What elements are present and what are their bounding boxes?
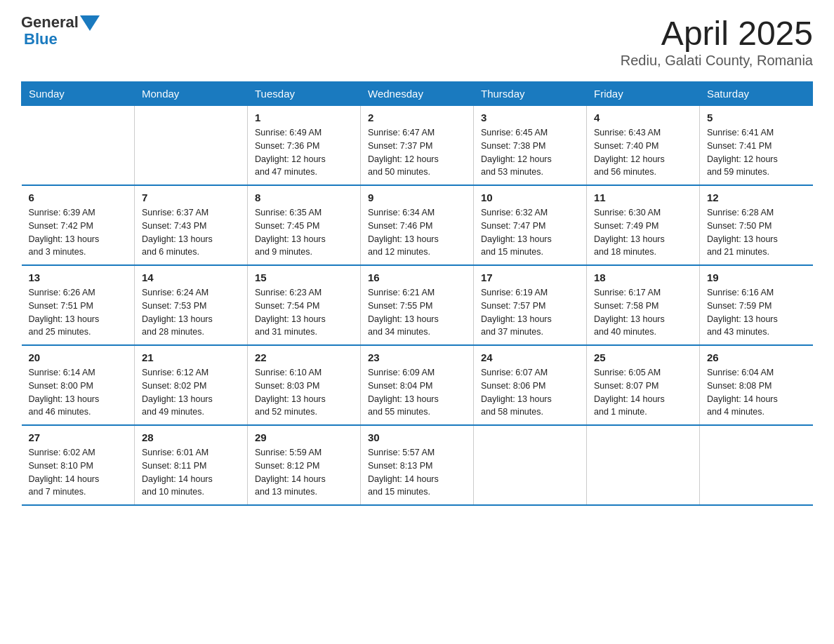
day-info: Sunrise: 6:30 AM Sunset: 7:49 PM Dayligh… (594, 206, 692, 259)
day-info: Sunrise: 6:23 AM Sunset: 7:54 PM Dayligh… (255, 286, 353, 339)
logo-general-text: General (21, 14, 79, 31)
day-number: 16 (368, 271, 466, 283)
day-cell: 19Sunrise: 6:16 AM Sunset: 7:59 PM Dayli… (700, 265, 813, 345)
week-row-4: 20Sunrise: 6:14 AM Sunset: 8:00 PM Dayli… (22, 345, 813, 425)
title-block: April 2025 Rediu, Galati County, Romania (621, 14, 813, 69)
day-number: 5 (707, 112, 806, 123)
day-cell: 15Sunrise: 6:23 AM Sunset: 7:54 PM Dayli… (248, 265, 361, 345)
day-cell: 1Sunrise: 6:49 AM Sunset: 7:36 PM Daylig… (248, 106, 361, 186)
day-number: 4 (594, 112, 692, 123)
calendar-title: April 2025 (621, 14, 813, 53)
day-info: Sunrise: 6:07 AM Sunset: 8:06 PM Dayligh… (481, 366, 579, 419)
day-cell (22, 106, 135, 186)
day-number: 27 (29, 431, 128, 443)
header-wednesday: Wednesday (361, 82, 474, 106)
day-cell: 8Sunrise: 6:35 AM Sunset: 7:45 PM Daylig… (248, 185, 361, 265)
day-info: Sunrise: 6:45 AM Sunset: 7:38 PM Dayligh… (481, 126, 579, 179)
day-info: Sunrise: 6:17 AM Sunset: 7:58 PM Dayligh… (594, 286, 692, 339)
day-number: 12 (707, 192, 806, 203)
day-number: 21 (142, 351, 240, 363)
day-cell: 17Sunrise: 6:19 AM Sunset: 7:57 PM Dayli… (474, 265, 587, 345)
day-cell: 7Sunrise: 6:37 AM Sunset: 7:43 PM Daylig… (135, 185, 248, 265)
day-info: Sunrise: 6:04 AM Sunset: 8:08 PM Dayligh… (707, 366, 806, 419)
day-cell: 18Sunrise: 6:17 AM Sunset: 7:58 PM Dayli… (587, 265, 700, 345)
day-info: Sunrise: 6:39 AM Sunset: 7:42 PM Dayligh… (29, 206, 128, 259)
day-info: Sunrise: 6:24 AM Sunset: 7:53 PM Dayligh… (142, 286, 240, 339)
day-cell: 24Sunrise: 6:07 AM Sunset: 8:06 PM Dayli… (474, 345, 587, 425)
day-cell: 3Sunrise: 6:45 AM Sunset: 7:38 PM Daylig… (474, 106, 587, 186)
day-info: Sunrise: 6:09 AM Sunset: 8:04 PM Dayligh… (368, 366, 466, 419)
logo-triangle-icon (80, 15, 100, 31)
day-cell (474, 425, 587, 505)
day-number: 10 (481, 192, 579, 203)
day-cell: 28Sunrise: 6:01 AM Sunset: 8:11 PM Dayli… (135, 425, 248, 505)
day-info: Sunrise: 6:01 AM Sunset: 8:11 PM Dayligh… (142, 446, 240, 499)
header-monday: Monday (135, 82, 248, 106)
week-row-1: 1Sunrise: 6:49 AM Sunset: 7:36 PM Daylig… (22, 106, 813, 186)
day-info: Sunrise: 6:37 AM Sunset: 7:43 PM Dayligh… (142, 206, 240, 259)
day-cell: 11Sunrise: 6:30 AM Sunset: 7:49 PM Dayli… (587, 185, 700, 265)
day-info: Sunrise: 6:19 AM Sunset: 7:57 PM Dayligh… (481, 286, 579, 339)
day-number: 8 (255, 192, 353, 203)
day-number: 28 (142, 431, 240, 443)
day-number: 22 (255, 351, 353, 363)
day-info: Sunrise: 6:10 AM Sunset: 8:03 PM Dayligh… (255, 366, 353, 419)
day-info: Sunrise: 6:34 AM Sunset: 7:46 PM Dayligh… (368, 206, 466, 259)
page-header: General Blue April 2025 Rediu, Galati Co… (21, 14, 813, 69)
day-number: 23 (368, 351, 466, 363)
day-number: 25 (594, 351, 692, 363)
day-number: 26 (707, 351, 806, 363)
day-number: 7 (142, 192, 240, 203)
day-cell: 2Sunrise: 6:47 AM Sunset: 7:37 PM Daylig… (361, 106, 474, 186)
logo: General Blue (21, 14, 100, 48)
day-cell: 16Sunrise: 6:21 AM Sunset: 7:55 PM Dayli… (361, 265, 474, 345)
day-number: 13 (29, 271, 128, 283)
day-cell: 14Sunrise: 6:24 AM Sunset: 7:53 PM Dayli… (135, 265, 248, 345)
day-cell: 9Sunrise: 6:34 AM Sunset: 7:46 PM Daylig… (361, 185, 474, 265)
day-cell: 13Sunrise: 6:26 AM Sunset: 7:51 PM Dayli… (22, 265, 135, 345)
day-info: Sunrise: 6:05 AM Sunset: 8:07 PM Dayligh… (594, 366, 692, 419)
day-cell: 27Sunrise: 6:02 AM Sunset: 8:10 PM Dayli… (22, 425, 135, 505)
day-info: Sunrise: 5:57 AM Sunset: 8:13 PM Dayligh… (368, 446, 466, 499)
day-info: Sunrise: 6:02 AM Sunset: 8:10 PM Dayligh… (29, 446, 128, 499)
day-number: 15 (255, 271, 353, 283)
day-number: 14 (142, 271, 240, 283)
day-cell: 10Sunrise: 6:32 AM Sunset: 7:47 PM Dayli… (474, 185, 587, 265)
header-saturday: Saturday (700, 82, 813, 106)
day-cell: 22Sunrise: 6:10 AM Sunset: 8:03 PM Dayli… (248, 345, 361, 425)
header-friday: Friday (587, 82, 700, 106)
day-cell: 20Sunrise: 6:14 AM Sunset: 8:00 PM Dayli… (22, 345, 135, 425)
day-cell (700, 425, 813, 505)
day-number: 2 (368, 112, 466, 123)
day-cell: 23Sunrise: 6:09 AM Sunset: 8:04 PM Dayli… (361, 345, 474, 425)
day-info: Sunrise: 6:14 AM Sunset: 8:00 PM Dayligh… (29, 366, 128, 419)
day-info: Sunrise: 6:28 AM Sunset: 7:50 PM Dayligh… (707, 206, 806, 259)
day-number: 18 (594, 271, 692, 283)
day-number: 20 (29, 351, 128, 363)
week-row-3: 13Sunrise: 6:26 AM Sunset: 7:51 PM Dayli… (22, 265, 813, 345)
day-info: Sunrise: 5:59 AM Sunset: 8:12 PM Dayligh… (255, 446, 353, 499)
day-cell: 30Sunrise: 5:57 AM Sunset: 8:13 PM Dayli… (361, 425, 474, 505)
day-number: 11 (594, 192, 692, 203)
day-cell: 5Sunrise: 6:41 AM Sunset: 7:41 PM Daylig… (700, 106, 813, 186)
day-info: Sunrise: 6:16 AM Sunset: 7:59 PM Dayligh… (707, 286, 806, 339)
day-info: Sunrise: 6:49 AM Sunset: 7:36 PM Dayligh… (255, 126, 353, 179)
calendar-subtitle: Rediu, Galati County, Romania (621, 53, 813, 69)
day-number: 30 (368, 431, 466, 443)
header-sunday: Sunday (22, 82, 135, 106)
day-info: Sunrise: 6:26 AM Sunset: 7:51 PM Dayligh… (29, 286, 128, 339)
day-number: 9 (368, 192, 466, 203)
day-cell: 26Sunrise: 6:04 AM Sunset: 8:08 PM Dayli… (700, 345, 813, 425)
week-row-2: 6Sunrise: 6:39 AM Sunset: 7:42 PM Daylig… (22, 185, 813, 265)
day-number: 1 (255, 112, 353, 123)
logo-blue-text: Blue (24, 31, 100, 48)
calendar-table: SundayMondayTuesdayWednesdayThursdayFrid… (21, 81, 813, 506)
calendar-header-row: SundayMondayTuesdayWednesdayThursdayFrid… (22, 82, 813, 106)
header-thursday: Thursday (474, 82, 587, 106)
day-cell: 4Sunrise: 6:43 AM Sunset: 7:40 PM Daylig… (587, 106, 700, 186)
day-info: Sunrise: 6:47 AM Sunset: 7:37 PM Dayligh… (368, 126, 466, 179)
day-cell: 6Sunrise: 6:39 AM Sunset: 7:42 PM Daylig… (22, 185, 135, 265)
day-info: Sunrise: 6:41 AM Sunset: 7:41 PM Dayligh… (707, 126, 806, 179)
day-info: Sunrise: 6:12 AM Sunset: 8:02 PM Dayligh… (142, 366, 240, 419)
day-info: Sunrise: 6:43 AM Sunset: 7:40 PM Dayligh… (594, 126, 692, 179)
